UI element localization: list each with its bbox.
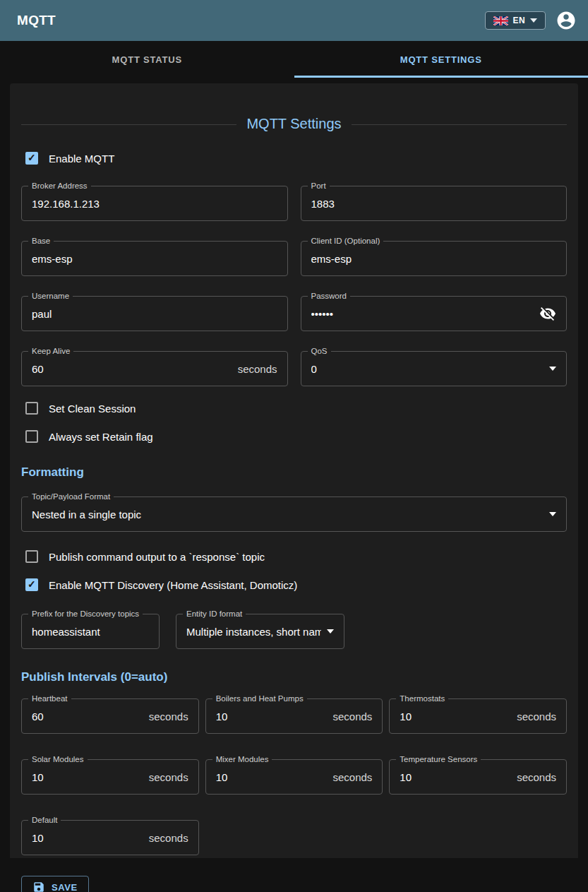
client-id-value: ems-esp: [311, 253, 557, 265]
default-interval-grid: Default 10 seconds: [21, 820, 567, 855]
mqtt-settings-panel: MQTT Settings Enable MQTT Broker Address…: [10, 83, 578, 858]
qos-value: 0: [311, 363, 544, 375]
app-title: MQTT: [17, 13, 56, 28]
interval-label: Temperature Sensors: [396, 754, 481, 765]
mqtt-discovery-label: Enable MQTT Discovery (Home Assistant, D…: [49, 579, 297, 591]
interval-value: 60: [32, 710, 143, 722]
title-divider-right: [352, 124, 567, 125]
password-field[interactable]: Password ••••••: [301, 296, 568, 331]
language-label: EN: [513, 16, 525, 25]
port-value: 1883: [311, 198, 557, 210]
qos-label: QoS: [308, 346, 331, 357]
username-value: paul: [32, 308, 277, 320]
interval-field-solar[interactable]: Solar Modules 10 seconds: [21, 759, 199, 795]
broker-fields-grid: Broker Address 192.168.1.213 Port 1883 B…: [21, 186, 567, 386]
interval-label: Heartbeat: [28, 694, 71, 704]
save-floppy-icon: [32, 881, 45, 892]
clean-session-checkbox-row[interactable]: Set Clean Session: [21, 402, 567, 415]
interval-label: Default: [28, 815, 61, 826]
response-topic-label: Publish command output to a `response` t…: [49, 551, 265, 563]
username-label: Username: [28, 291, 73, 302]
interval-label: Thermostats: [396, 694, 448, 704]
visibility-off-icon[interactable]: [539, 305, 556, 322]
intervals-grid: Heartbeat 60 seconds Boilers and Heat Pu…: [21, 698, 567, 795]
interval-unit: seconds: [332, 710, 372, 722]
interval-field-boilers[interactable]: Boilers and Heat Pumps 10 seconds: [205, 698, 383, 734]
uk-flag-icon: [493, 16, 508, 25]
interval-field-mixer[interactable]: Mixer Modules 10 seconds: [205, 759, 383, 795]
dropdown-caret-icon: [327, 629, 334, 634]
tab-mqtt-settings[interactable]: MQTT SETTINGS: [294, 41, 588, 78]
base-label: Base: [28, 236, 54, 246]
username-field[interactable]: Username paul: [21, 296, 288, 331]
broker-address-value: 192.168.1.213: [32, 198, 277, 210]
retain-flag-label: Always set Retain flag: [49, 431, 153, 443]
chevron-down-icon: [530, 18, 537, 23]
interval-label: Mixer Modules: [212, 754, 272, 765]
client-id-label: Client ID (Optional): [308, 236, 384, 246]
interval-value: 10: [400, 771, 511, 783]
keep-alive-field[interactable]: Keep Alive 60 seconds: [21, 351, 288, 386]
interval-value: 10: [216, 710, 328, 722]
page-title: MQTT Settings: [246, 116, 341, 132]
base-value: ems-esp: [32, 253, 277, 265]
discovery-prefix-field[interactable]: Prefix for the Discovery topics homeassi…: [21, 614, 160, 649]
active-tab-indicator: [294, 76, 588, 78]
interval-field-temperature[interactable]: Temperature Sensors 10 seconds: [389, 759, 567, 795]
enable-mqtt-checkbox-row[interactable]: Enable MQTT: [21, 152, 567, 165]
panel-title-row: MQTT Settings: [21, 83, 567, 132]
tab-mqtt-status[interactable]: MQTT STATUS: [0, 41, 294, 78]
account-avatar-icon[interactable]: [556, 10, 577, 31]
entity-id-format-select[interactable]: Entity ID format Multiple instances, sho…: [176, 614, 344, 649]
keep-alive-value: 60: [32, 363, 232, 375]
topic-payload-format-value: Nested in a single topic: [32, 509, 544, 521]
client-id-field[interactable]: Client ID (Optional) ems-esp: [301, 241, 568, 276]
base-field[interactable]: Base ems-esp: [21, 241, 288, 276]
retain-flag-checkbox[interactable]: [25, 430, 38, 443]
save-button[interactable]: SAVE: [21, 876, 89, 892]
interval-field-default[interactable]: Default 10 seconds: [21, 820, 199, 855]
discovery-prefix-value: homeassistant: [32, 626, 149, 638]
title-divider-left: [21, 124, 236, 125]
interval-value: 10: [400, 710, 511, 722]
tab-bar: MQTT STATUS MQTT SETTINGS: [0, 41, 588, 78]
port-label: Port: [308, 181, 330, 191]
interval-unit: seconds: [149, 832, 188, 844]
discovery-options-row: Prefix for the Discovery topics homeassi…: [21, 614, 567, 649]
port-field[interactable]: Port 1883: [301, 186, 568, 221]
interval-unit: seconds: [332, 771, 372, 783]
interval-field-heartbeat[interactable]: Heartbeat 60 seconds: [21, 698, 199, 734]
clean-session-label: Set Clean Session: [49, 403, 136, 415]
enable-mqtt-checkbox[interactable]: [25, 152, 38, 165]
topic-payload-format-select[interactable]: Topic/Payload Format Nested in a single …: [21, 496, 567, 532]
interval-unit: seconds: [517, 771, 556, 783]
dropdown-caret-icon: [549, 512, 556, 516]
enable-mqtt-label: Enable MQTT: [49, 153, 114, 165]
password-value: ••••••: [311, 308, 534, 320]
mqtt-discovery-checkbox-row[interactable]: Enable MQTT Discovery (Home Assistant, D…: [21, 578, 567, 591]
interval-unit: seconds: [149, 710, 188, 722]
interval-field-thermostats[interactable]: Thermostats 10 seconds: [389, 698, 567, 734]
retain-flag-checkbox-row[interactable]: Always set Retain flag: [21, 430, 567, 443]
discovery-prefix-label: Prefix for the Discovery topics: [28, 609, 143, 619]
interval-value: 10: [216, 771, 328, 783]
response-topic-checkbox-row[interactable]: Publish command output to a `response` t…: [21, 550, 567, 563]
clean-session-checkbox[interactable]: [25, 402, 38, 415]
broker-address-label: Broker Address: [28, 181, 91, 191]
mqtt-discovery-checkbox[interactable]: [25, 578, 38, 591]
app-header: MQTT EN: [0, 0, 588, 41]
entity-id-format-value: Multiple instances, short name: [186, 626, 321, 638]
response-topic-checkbox[interactable]: [25, 550, 38, 563]
broker-address-field[interactable]: Broker Address 192.168.1.213: [21, 186, 288, 221]
save-button-label: SAVE: [52, 882, 78, 892]
interval-label: Solar Modules: [28, 754, 88, 765]
password-label: Password: [308, 291, 351, 302]
language-selector[interactable]: EN: [485, 11, 546, 30]
interval-unit: seconds: [517, 710, 556, 722]
qos-select[interactable]: QoS 0: [301, 351, 568, 386]
topic-payload-format-label: Topic/Payload Format: [28, 492, 114, 502]
interval-value: 10: [32, 832, 143, 844]
interval-unit: seconds: [149, 771, 188, 783]
interval-label: Boilers and Heat Pumps: [212, 694, 307, 704]
interval-value: 10: [32, 771, 143, 783]
